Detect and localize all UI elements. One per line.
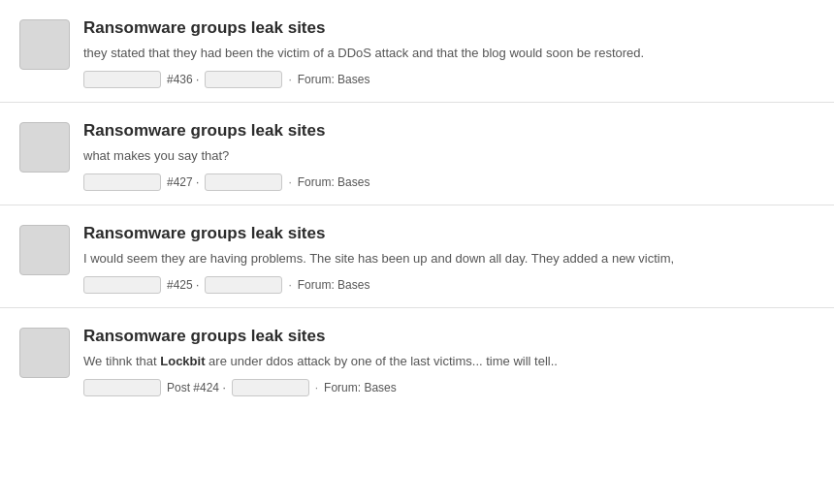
meta-post-number: #425 · [167,278,199,292]
meta-tag-2[interactable] [205,173,282,191]
feed-title[interactable]: Ransomware groups leak sites [83,120,815,142]
feed-title[interactable]: Ransomware groups leak sites [83,326,815,347]
meta-separator: · [315,381,318,394]
thumbnail-image [19,122,70,173]
meta-tag-2[interactable] [205,276,282,294]
feed-excerpt: We tihnk that Lockbit are under ddos att… [83,353,815,371]
meta-forum-label: Forum: Bases [298,175,370,189]
feed-meta: #427 ··Forum: Bases [83,173,815,191]
feed-excerpt: what makes you say that? [83,147,815,166]
meta-separator: · [288,175,291,189]
feed-item[interactable]: Ransomware groups leak siteswhat makes y… [0,103,834,205]
thumbnail-image [19,225,70,275]
feed-content: Ransomware groups leak sitesI would seem… [83,223,815,294]
feed-title[interactable]: Ransomware groups leak sites [83,17,815,39]
feed-meta: #425 ··Forum: Bases [83,276,815,294]
feed-meta: #436 ··Forum: Bases [83,71,815,88]
feed-title[interactable]: Ransomware groups leak sites [83,223,815,244]
feed-excerpt: they stated that they had been the victi… [83,45,815,63]
feed-item[interactable]: Ransomware groups leak sitesWe tihnk tha… [0,308,834,410]
meta-post-number: #436 · [167,73,199,86]
thumbnail-image [19,328,70,378]
meta-tag-2[interactable] [205,71,282,88]
meta-tag-2[interactable] [232,379,309,396]
feed-list: Ransomware groups leak sitesthey stated … [0,0,834,410]
feed-item[interactable]: Ransomware groups leak sitesI would seem… [0,205,834,308]
feed-meta: Post #424 ··Forum: Bases [83,379,815,396]
feed-content: Ransomware groups leak sitesthey stated … [83,17,815,88]
meta-separator: · [288,73,291,86]
meta-forum-label: Forum: Bases [298,278,370,292]
feed-item[interactable]: Ransomware groups leak sitesthey stated … [0,0,834,103]
feed-content: Ransomware groups leak sitesWe tihnk tha… [83,326,815,396]
meta-forum-label: Forum: Bases [298,73,370,86]
meta-tag-1[interactable] [83,379,161,396]
meta-post-number: Post #424 · [167,381,226,394]
meta-tag-1[interactable] [83,276,161,294]
feed-content: Ransomware groups leak siteswhat makes y… [83,120,815,191]
meta-tag-1[interactable] [83,173,161,191]
meta-separator: · [288,278,291,292]
feed-excerpt: I would seem they are having problems. T… [83,250,815,268]
meta-post-number: #427 · [167,175,199,189]
meta-forum-label: Forum: Bases [324,381,397,394]
meta-tag-1[interactable] [83,71,161,88]
thumbnail-image [19,19,70,70]
